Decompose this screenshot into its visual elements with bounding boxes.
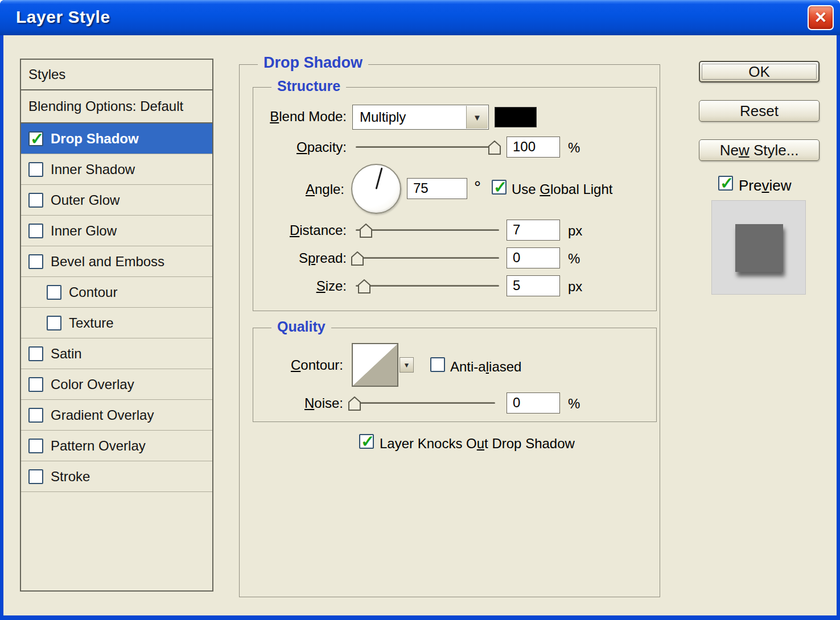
- spread-slider-thumb[interactable]: [351, 251, 364, 266]
- layer-knockout-checkbox[interactable]: [359, 434, 374, 449]
- checkbox-outer-glow[interactable]: [28, 193, 43, 208]
- close-button[interactable]: ✕: [808, 5, 834, 30]
- titlebar[interactable]: Layer Style ✕: [0, 0, 840, 35]
- checkbox-contour[interactable]: [47, 285, 61, 300]
- opacity-unit: %: [568, 140, 580, 156]
- sidebar-item-label: Contour: [69, 284, 117, 300]
- noise-input[interactable]: [507, 392, 560, 414]
- sidebar-item-label: Color Overlay: [51, 377, 134, 392]
- window-title: Layer Style: [16, 7, 110, 27]
- size-label: Size:: [253, 274, 347, 298]
- contour-label: Contour:: [253, 353, 343, 377]
- size-slider-track[interactable]: [356, 285, 499, 287]
- blend-mode-value: Multiply: [360, 105, 406, 129]
- angle-dial[interactable]: [351, 164, 401, 214]
- sidebar-item-label: Inner Shadow: [51, 162, 135, 177]
- noise-slider-track[interactable]: [352, 402, 495, 404]
- opacity-slider: [356, 138, 499, 157]
- noise-label: Noise:: [253, 391, 343, 415]
- close-icon: ✕: [814, 9, 827, 27]
- contour-thumbnail[interactable]: [352, 343, 398, 387]
- sidebar-item-satin[interactable]: Satin: [21, 338, 212, 369]
- distance-slider-thumb[interactable]: [360, 224, 372, 238]
- angle-pointer[interactable]: [376, 167, 383, 189]
- layer-knockout-label: Layer Knocks Out Drop Shadow: [380, 436, 575, 452]
- sidebar-item-texture[interactable]: Texture: [21, 308, 212, 338]
- new-style-button[interactable]: New Style...: [699, 139, 820, 161]
- preview-checkbox[interactable]: [718, 176, 733, 191]
- chevron-down-icon[interactable]: ▼: [466, 106, 488, 129]
- sidebar-item-contour[interactable]: Contour: [21, 277, 212, 308]
- distance-input[interactable]: [507, 220, 560, 241]
- structure-legend: Structure: [271, 78, 346, 94]
- styles-list: Styles Blending Options: Default Drop Sh…: [20, 59, 213, 592]
- sidebar-item-label: Blending Options: Default: [28, 98, 183, 114]
- size-input[interactable]: [507, 275, 560, 296]
- noise-slider-thumb[interactable]: [348, 396, 361, 411]
- sidebar-item-drop-shadow[interactable]: Drop Shadow: [21, 123, 212, 154]
- use-global-light-checkbox[interactable]: [492, 180, 507, 195]
- quality-legend: Quality: [271, 319, 331, 335]
- sidebar-item-label: Inner Glow: [51, 223, 117, 239]
- distance-slider: [356, 221, 499, 240]
- sidebar-item-label: Styles: [28, 67, 65, 82]
- checkbox-stroke[interactable]: [28, 469, 43, 484]
- checkbox-inner-glow[interactable]: [28, 224, 43, 238]
- sidebar-item-outer-glow[interactable]: Outer Glow: [21, 185, 212, 216]
- opacity-slider-thumb[interactable]: [488, 140, 501, 155]
- size-slider: [356, 276, 499, 296]
- sidebar-item-styles[interactable]: Styles: [21, 60, 212, 90]
- angle-unit: °: [474, 177, 481, 197]
- sidebar-item-color-overlay[interactable]: Color Overlay: [21, 369, 212, 400]
- spread-label: Spread:: [253, 246, 347, 270]
- sidebar-item-label: Gradient Overlay: [51, 407, 154, 423]
- sidebar-item-label: Bevel and Emboss: [51, 254, 164, 270]
- checkbox-inner-shadow[interactable]: [28, 162, 43, 177]
- reset-button[interactable]: Reset: [699, 100, 820, 122]
- sidebar-item-blending-options[interactable]: Blending Options: Default: [21, 90, 212, 123]
- blend-color-swatch[interactable]: [495, 107, 537, 127]
- opacity-slider-track[interactable]: [356, 146, 499, 148]
- angle-input[interactable]: [407, 178, 467, 199]
- opacity-input[interactable]: [507, 137, 560, 158]
- sidebar-item-label: Outer Glow: [51, 192, 120, 208]
- checkbox-color-overlay[interactable]: [28, 377, 43, 392]
- distance-label: Distance:: [253, 218, 347, 242]
- checkbox-drop-shadow[interactable]: [28, 131, 43, 146]
- sidebar-item-inner-shadow[interactable]: Inner Shadow: [21, 154, 212, 185]
- quality-group: Quality Contour: ▼ Anti-aliased Noise: %: [253, 328, 657, 422]
- angle-label: Angle:: [253, 177, 344, 201]
- checkbox-satin[interactable]: [28, 346, 43, 361]
- spread-slider-track[interactable]: [356, 257, 499, 259]
- size-slider-thumb[interactable]: [358, 279, 370, 294]
- dialog-body: Styles Blending Options: Default Drop Sh…: [3, 35, 837, 615]
- blend-mode-dropdown[interactable]: Multiply ▼: [352, 105, 489, 130]
- panel-title: Drop Shadow: [258, 54, 368, 72]
- drop-shadow-panel: Drop Shadow Structure Blend Mode: Multip…: [239, 64, 660, 597]
- spread-input[interactable]: [507, 247, 560, 268]
- distance-slider-track[interactable]: [356, 229, 499, 231]
- size-unit: px: [568, 279, 582, 295]
- checkbox-bevel-and-emboss[interactable]: [28, 254, 43, 269]
- ok-button[interactable]: OK: [699, 61, 820, 82]
- sidebar-item-gradient-overlay[interactable]: Gradient Overlay: [21, 400, 212, 431]
- anti-aliased-label: Anti-aliased: [450, 359, 521, 375]
- sidebar-item-inner-glow[interactable]: Inner Glow: [21, 216, 212, 246]
- checkbox-gradient-overlay[interactable]: [28, 408, 43, 423]
- contour-dropdown-button[interactable]: ▼: [400, 357, 414, 373]
- structure-group: Structure Blend Mode: Multiply ▼ Opacity…: [253, 87, 657, 311]
- preview-thumbnail: [711, 200, 806, 295]
- sidebar-item-label: Stroke: [51, 469, 90, 485]
- sidebar-item-pattern-overlay[interactable]: Pattern Overlay: [21, 431, 212, 461]
- checkbox-pattern-overlay[interactable]: [28, 439, 43, 453]
- sidebar-item-bevel-and-emboss[interactable]: Bevel and Emboss: [21, 246, 212, 277]
- checkbox-texture[interactable]: [47, 316, 61, 330]
- blend-mode-label: Blend Mode:: [253, 105, 347, 129]
- noise-slider: [352, 394, 495, 413]
- sidebar-item-stroke[interactable]: Stroke: [21, 461, 212, 492]
- sidebar-item-label: Texture: [69, 315, 114, 331]
- chevron-down-icon: ▼: [403, 361, 410, 369]
- opacity-label: Opacity:: [253, 135, 347, 159]
- spread-slider: [356, 249, 499, 268]
- anti-aliased-checkbox[interactable]: [430, 357, 445, 372]
